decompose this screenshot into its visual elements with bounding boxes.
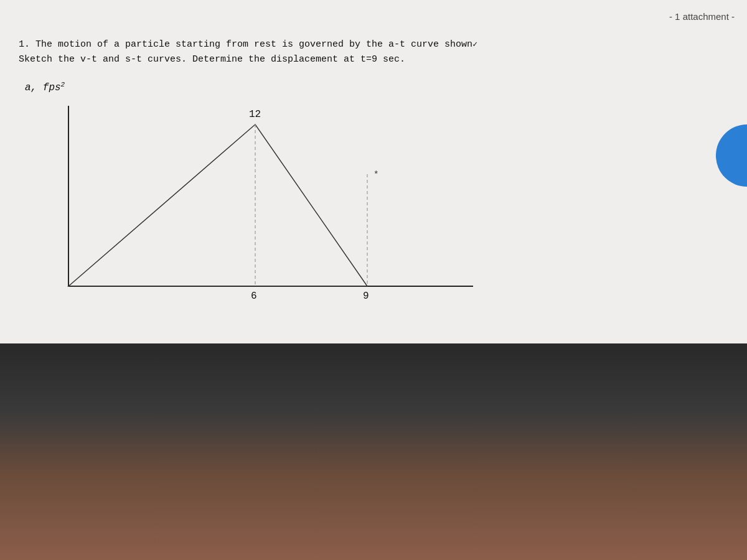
y-axis-label: a, fps2: [25, 81, 65, 93]
graph-container: a, fps2 12 * 6 9: [19, 81, 504, 330]
monitor-base: [0, 348, 747, 560]
problem-line2: Sketch the v-t and s-t curves. Determine…: [19, 52, 728, 67]
at-curve-graph: 12 * 6 9: [37, 100, 492, 311]
svg-text:9: 9: [363, 291, 369, 302]
problem-text: 1. The motion of a particle starting fro…: [19, 37, 728, 67]
svg-text:6: 6: [251, 291, 257, 302]
chevron-icon: ✓: [472, 40, 477, 49]
attachment-label: - 1 attachment -: [669, 11, 735, 22]
svg-text:12: 12: [249, 109, 261, 120]
blue-nav-button[interactable]: [716, 124, 747, 187]
svg-text:*: *: [374, 170, 378, 180]
monitor-screen: - 1 attachment - 1. The motion of a part…: [0, 0, 747, 348]
problem-line1: 1. The motion of a particle starting fro…: [19, 37, 728, 52]
svg-marker-2: [68, 124, 367, 286]
